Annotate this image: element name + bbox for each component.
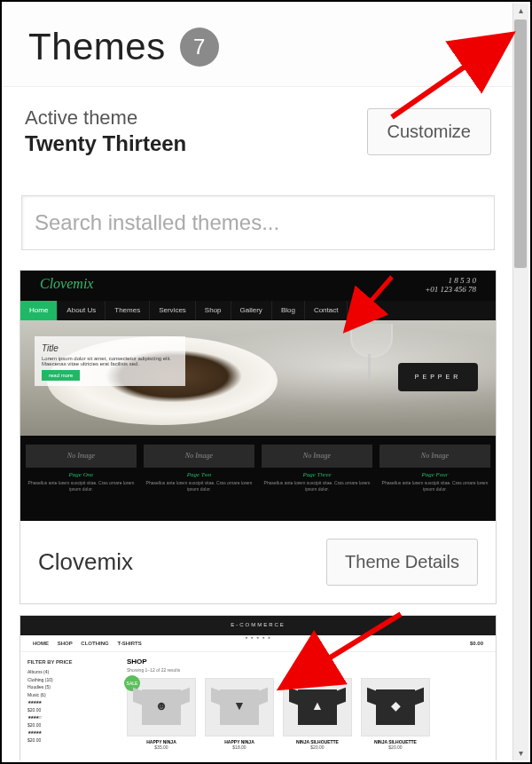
preview-product: ◆ NINJA SILHOUETTE $20.00 [361,678,430,750]
page-title: Themes [28,26,166,68]
search-themes-input[interactable] [21,195,495,250]
theme-card-footer: Clovemix Theme Details [20,521,496,603]
preview-nav-item: Home [20,301,58,320]
active-theme-text: Active theme Twenty Thirteen [25,106,186,156]
theme-card-ecommerce[interactable]: E-COMMERCE ● ● ● ● ● HOME SHOP CLOTHING … [20,615,497,760]
preview-cart-total: $0.00 [470,641,483,646]
preview-product: SALE☻ HAPPY NINJA $35.00 [127,678,196,750]
preview-tile: No Image Page One Phasellus ante lorem s… [26,445,137,492]
preview-tile: No Image Page Two Phasellus ante lorem s… [144,445,254,492]
active-theme-name: Twenty Thirteen [25,131,186,156]
preview-nav-item: Blog [272,301,305,320]
theme-card-clovemix[interactable]: Clovemix 1 8 5 3 0+01 123 456 78 Home Ab… [20,270,497,604]
scrollbar-thumb[interactable] [514,20,527,268]
preview-tile: No Image Page Three Phasellus ante lorem… [262,445,372,492]
preview-sidebar: FILTER BY PRICE Albums (4) Clothing (10)… [20,652,118,755]
theme-count-badge: 7 [180,28,219,67]
scroll-up-arrow-icon[interactable]: ▴ [512,4,528,18]
hero-caption: Title Lorem ipsum dolor sit amet, consec… [35,336,185,386]
preview-header: Clovemix 1 8 5 3 0+01 123 456 78 [20,271,496,301]
preview-nav-item: Gallery [231,301,272,320]
preview-hero: PEPPER Title Lorem ipsum dolor sit amet,… [20,320,496,436]
preview-topbar: E-COMMERCE ● ● ● ● ● [20,616,496,635]
panel-header: Themes 7 [4,4,512,86]
theme-details-button[interactable]: Theme Details [326,539,478,586]
preview-nav-item: Themes [106,301,150,320]
themes-panel: Themes 7 Active theme Twenty Thirteen Cu… [4,4,512,760]
preview-feature-tiles: No Image Page One Phasellus ante lorem s… [20,436,496,495]
preview-body: FILTER BY PRICE Albums (4) Clothing (10)… [20,652,496,755]
preview-logo: Clovemix [40,276,93,301]
preview-product: ▼ HAPPY NINJA $18.00 [205,678,274,750]
preview-product-grid: SALE☻ HAPPY NINJA $35.00 ▼ HAPPY NINJA $… [127,678,487,750]
preview-nav-item: Shop [196,301,231,320]
customize-button[interactable]: Customize [367,108,491,155]
preview-nav-item: Contact [305,301,348,320]
active-theme-row: Active theme Twenty Thirteen Customize [4,86,512,179]
preview-nav: Home About Us Themes Services Shop Galle… [20,301,496,320]
hero-pepper-graphic: PEPPER [398,363,478,391]
preview-nav-item: About Us [58,301,106,320]
active-theme-label: Active theme [25,106,186,130]
preview-nav-item: Services [150,301,196,320]
window-frame: Themes 7 Active theme Twenty Thirteen Cu… [0,0,532,764]
scrollbar[interactable]: ▴ ▾ [512,4,528,760]
preview-phone: 1 8 5 3 0+01 123 456 78 [425,276,476,301]
theme-thumbnail: Clovemix 1 8 5 3 0+01 123 456 78 Home Ab… [20,271,496,521]
hero-glass-graphic [350,324,389,386]
theme-name: Clovemix [38,548,133,576]
search-wrap [4,179,512,263]
scroll-down-arrow-icon[interactable]: ▾ [512,746,528,760]
preview-main: SHOP Showing 1–12 of 22 results SALE☻ HA… [118,652,496,755]
scroll-viewport: Themes 7 Active theme Twenty Thirteen Cu… [4,4,528,760]
preview-product: ▲ NINJA SILHOUETTE $20.00 [283,678,352,750]
preview-tile: No Image Page Four Phasellus ante lorem … [379,445,490,492]
